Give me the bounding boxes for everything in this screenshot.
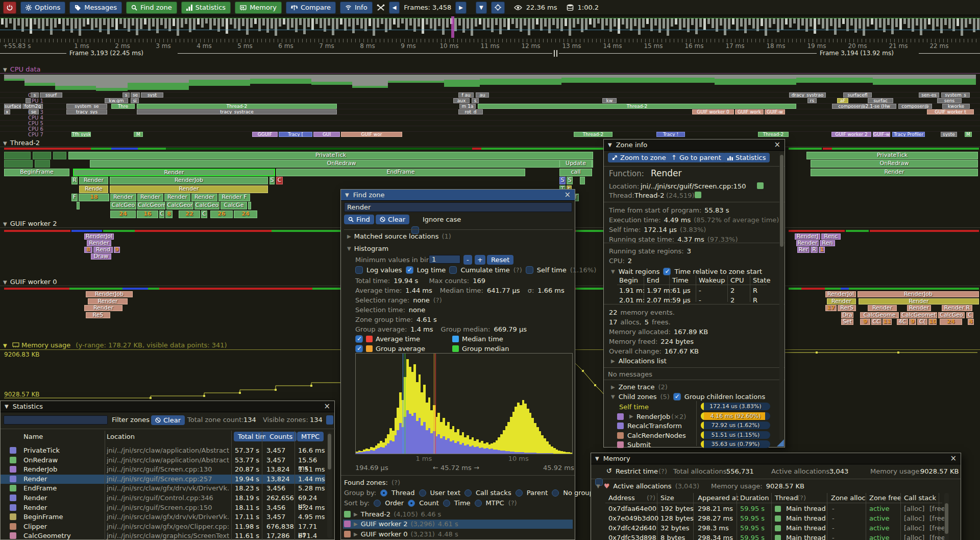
zone-block[interactable]: Render — [191, 194, 217, 201]
zone-block[interactable]: Render — [796, 240, 819, 246]
clipped-button[interactable] — [326, 415, 333, 425]
group-by-thread[interactable] — [380, 489, 387, 497]
zone-block[interactable]: C — [201, 210, 207, 218]
min-values-input[interactable]: 1 — [429, 255, 460, 264]
zone-block[interactable] — [53, 152, 66, 159]
zone-block[interactable] — [4, 152, 31, 159]
thread-header-thread-2[interactable]: ▼Thread-2 — [3, 139, 40, 147]
close-icon[interactable]: × — [324, 402, 330, 411]
find-zone-window-titlebar[interactable]: ▼ Find zone × — [341, 190, 575, 201]
zone-block[interactable]: 8 — [165, 210, 173, 218]
zone-block[interactable]: Render — [827, 298, 856, 304]
zone-block[interactable]: Render — [88, 298, 128, 304]
close-icon[interactable]: × — [564, 190, 571, 199]
zone-block[interactable] — [4, 160, 33, 168]
time-relative-checkbox[interactable] — [663, 268, 671, 275]
group-by-call-stacks[interactable] — [464, 489, 472, 497]
zone-block[interactable] — [35, 160, 50, 168]
sort-by-order[interactable] — [374, 500, 381, 507]
zone-info-scrollbar-thumb[interactable] — [780, 155, 783, 247]
table-row[interactable]: BeginFramejni/../jni/src/claw/gfx/drv/vk… — [1, 512, 325, 522]
zone-block[interactable]: R — [71, 177, 78, 184]
zone-block[interactable]: Update — [559, 160, 592, 168]
zone-info-window-titlebar[interactable]: ▼ Zone info × — [604, 139, 785, 151]
column-header-location[interactable]: Location — [107, 433, 135, 440]
zone-block[interactable]: CalcGeo — [938, 312, 965, 318]
zone-block[interactable]: Render — [110, 194, 136, 201]
zone-block[interactable]: CalcGeo — [194, 202, 219, 209]
zone-block[interactable]: PrivateTick — [68, 152, 593, 159]
column-header-total-time[interactable]: Total tim — [234, 432, 268, 441]
table-row[interactable]: RenderJobjni/../jni/src/guif/Screen.cpp:… — [1, 465, 325, 474]
child-zone-bar[interactable]: 172.14 us (3.83%) — [701, 403, 770, 410]
self-time-checkbox[interactable] — [526, 266, 533, 274]
zone-block[interactable]: Set — [841, 319, 853, 325]
zone-block[interactable]: Render — [84, 305, 122, 311]
table-row[interactable]: CalcGeometryjni/../jni/src/claw/graphics… — [1, 531, 325, 540]
zone-block[interactable]: OnRedraw — [811, 160, 978, 168]
found-zone-group[interactable]: ▶GUIF worker 0(3,231)4.48 s — [343, 529, 573, 538]
zone-block[interactable] — [33, 152, 51, 159]
allocation-row[interactable]: 0x7e049b3d00128 bytes298.27 ms59.95 sMai… — [591, 514, 943, 524]
memory-scrollbar-thumb[interactable] — [945, 503, 948, 534]
child-zone-row[interactable]: Self time172.14 us (3.83%) — [604, 403, 777, 411]
zone-block[interactable]: Render F — [218, 194, 250, 201]
zone-block[interactable]: RenderJob — [86, 291, 133, 297]
zone-block[interactable]: Render — [73, 169, 275, 176]
child-zone-row[interactable]: RecalcTransform72.92 us (1.62%) — [604, 421, 777, 430]
active-allocations-section-row[interactable]: ▼ ♥ Active allocations (3,043) Memory us… — [596, 482, 804, 490]
child-zone-row[interactable]: CalcRenderNodes51.51 us (1.15%) — [604, 431, 777, 440]
thread-header-guif-worker-0[interactable]: ▼GUIF worker 0 — [3, 278, 57, 286]
zone-block[interactable]: RenderJob — [857, 291, 979, 297]
zone-block[interactable]: 10 — [928, 319, 937, 325]
reset-button[interactable]: Reset — [487, 255, 513, 265]
wait-regions-row[interactable]: ▼ Wait regions Time relative to zone sta… — [611, 268, 762, 275]
legend-checkbox[interactable] — [355, 335, 363, 343]
group-by-user-text[interactable] — [419, 489, 426, 497]
allocation-row[interactable]: 0x7dfc42d64032 bytes298.3 ms59.95 sMain … — [591, 524, 943, 533]
zone-block[interactable]: Render — [811, 169, 978, 176]
statistics-window-titlebar[interactable]: ▼ Statistics × — [1, 401, 334, 412]
zone-block[interactable]: 22 — [179, 210, 200, 218]
zone-trace-row[interactable]: ▶ Zone trace (2) — [611, 383, 668, 391]
zone-block[interactable]: C( — [917, 319, 927, 325]
find-zone-histogram[interactable] — [355, 353, 573, 454]
sort-by-count[interactable] — [408, 500, 415, 507]
zone-block[interactable]: S — [559, 177, 566, 184]
zone-block[interactable]: Renc — [821, 233, 841, 240]
zone-block[interactable]: RenderJol — [825, 291, 856, 297]
zone-block[interactable]: 4C — [897, 319, 908, 325]
zone-block[interactable]: CC — [871, 319, 881, 325]
group-children-checkbox[interactable] — [673, 393, 681, 401]
zone-block[interactable]: PrivateTick — [806, 152, 978, 159]
histogram-section-row[interactable]: ▼ Histogram — [347, 245, 388, 252]
zone-block[interactable]: 9 — [909, 319, 916, 325]
child-zone-bar[interactable]: 72.92 us (1.62%) — [701, 421, 770, 429]
zone-block[interactable]: 8 — [84, 247, 92, 253]
increment-button[interactable]: + — [475, 255, 485, 265]
child-zone-bar[interactable]: 35.63 us (0.79%) — [701, 440, 770, 448]
child-zone-bar[interactable]: 4.16 ms (92.60%) — [701, 412, 770, 420]
zone-block[interactable]: 24 — [940, 319, 962, 325]
zone-block[interactable]: 4 — [968, 319, 974, 325]
zone-block[interactable] — [248, 202, 251, 209]
close-icon[interactable]: × — [950, 454, 957, 463]
zone-block[interactable]: 17 — [825, 305, 837, 311]
zone-block[interactable]: C — [159, 210, 164, 218]
zone-block[interactable]: C — [276, 177, 283, 184]
close-icon[interactable]: × — [774, 140, 780, 149]
zone-block[interactable]: S — [270, 177, 275, 184]
zone-block[interactable]: Render — [137, 194, 163, 201]
column-header-counts[interactable]: Counts — [265, 432, 297, 441]
zone-block[interactable] — [77, 202, 80, 209]
zone-block[interactable]: Rende — [79, 185, 108, 193]
table-row[interactable]: Renderjni/../jni/src/guif/Control.cpp:34… — [1, 494, 325, 503]
zone-block[interactable]: RenderJ — [795, 233, 820, 240]
zone-block[interactable]: CalcGeome — [860, 312, 899, 318]
wait-table-row[interactable]: 1.91 m:1.97 m:61 µs-2R — [604, 287, 772, 296]
column-header-name[interactable]: Name — [23, 433, 43, 440]
log-time-checkbox[interactable] — [406, 266, 413, 274]
zone-block[interactable]: 1 — [819, 247, 825, 253]
clear-filter-button[interactable]: Clear — [151, 415, 185, 425]
zone-block[interactable] — [580, 177, 585, 184]
